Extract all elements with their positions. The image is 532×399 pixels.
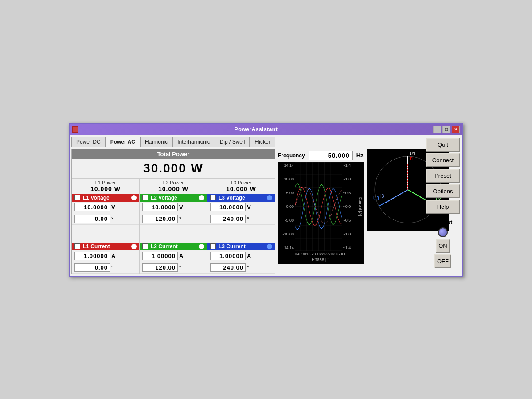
l3-current-phase-input[interactable]	[210, 263, 246, 272]
main-panel: Total Power 30.000 W L1 Power 10.000 W L…	[71, 149, 425, 274]
l2-voltage-input[interactable]	[142, 203, 178, 211]
l2-voltage-col: ✓ L2 Voltage V °	[140, 194, 207, 243]
l1-current-phase-unit: °	[111, 264, 118, 271]
current-channel-row: ✓ L1 Current A °	[72, 243, 275, 274]
svg-text:I1: I1	[410, 156, 414, 161]
l3-current-header: ✓ L3 Current	[207, 243, 275, 250]
l2-voltage-indicator	[199, 195, 204, 200]
l2-current-header: ✓ L2 Current	[140, 243, 207, 250]
help-button[interactable]: Help	[426, 200, 460, 214]
l3-current-value-row: A	[207, 250, 275, 262]
tab-harmonic[interactable]: Harmonic	[140, 137, 172, 147]
options-button[interactable]: Options	[426, 184, 460, 198]
on-button[interactable]: ON	[436, 239, 450, 253]
frequency-unit: Hz	[356, 152, 364, 159]
preset-button[interactable]: Preset	[426, 169, 460, 183]
l3-current-col: ✓ L3 Current A °	[207, 243, 275, 274]
l1-current-checkbox[interactable]: ✓	[74, 243, 80, 249]
l1-voltage-col: ✓ L1 Voltage V °	[72, 194, 140, 243]
l3-power-label: L3 Power	[209, 180, 273, 185]
l1-current-input[interactable]	[74, 252, 110, 260]
l2-power-label: L2 Power	[141, 180, 205, 185]
l1-current-indicator	[131, 244, 137, 249]
l3-voltage-spacer	[207, 225, 275, 243]
l2-current-label: L2 Current	[151, 243, 178, 250]
l2-voltage-phase-row: °	[140, 213, 207, 225]
l3-current-input[interactable]	[210, 252, 246, 260]
main-window: PowerAssistant − □ ✕ Power DC Power AC H…	[69, 123, 463, 277]
l3-voltage-value-row: V	[207, 202, 275, 213]
l1-voltage-checkbox[interactable]: ✓	[74, 195, 80, 200]
tab-dip-swell[interactable]: Dip / Swell	[215, 137, 250, 147]
l2-voltage-unit: V	[179, 204, 186, 211]
app-icon	[72, 126, 78, 133]
l1-voltage-label: L1 Voltage	[83, 195, 110, 201]
l3-voltage-phase-unit: °	[247, 215, 254, 222]
tab-interharmonic[interactable]: Interharmonic	[172, 137, 215, 147]
content-area: Power DC Power AC Harmonic Interharmonic…	[70, 135, 462, 276]
l3-current-checkbox[interactable]: ✓	[210, 243, 216, 249]
l3-voltage-checkbox[interactable]: ✓	[210, 195, 216, 200]
tab-bar: Power DC Power AC Harmonic Interharmonic…	[71, 137, 425, 147]
y-axis-right: ~1.4 ~1.0 ~0.5 ~0.0 ~0.5 ~1.0 ~1.4	[342, 162, 357, 251]
tab-power-ac[interactable]: Power AC	[106, 137, 140, 147]
l1-current-header: ✓ L1 Current	[72, 243, 139, 250]
phase-power-row: L1 Power 10.000 W L2 Power 10.000 W L3 P…	[72, 178, 275, 194]
x-axis-label: Phase [°]	[278, 257, 364, 264]
l1-current-phase-input[interactable]	[74, 263, 110, 272]
l3-current-indicator	[267, 244, 272, 249]
frequency-label: Frequency	[278, 153, 305, 159]
chart-svg-container	[295, 162, 342, 251]
l2-current-phase-unit: °	[179, 264, 186, 271]
l2-voltage-checkbox[interactable]: ✓	[142, 195, 148, 200]
l3-voltage-input[interactable]	[210, 203, 246, 211]
close-button[interactable]: ✕	[452, 126, 460, 133]
minimize-button[interactable]: −	[433, 126, 441, 133]
connect-button[interactable]: Connect	[426, 153, 460, 167]
l3-voltage-phase-input[interactable]	[210, 215, 246, 223]
output-label: Output	[434, 219, 453, 226]
l3-voltage-indicator	[267, 195, 272, 200]
freq-phasor-row: Frequency Hz 14.14 10.00	[278, 149, 449, 264]
main-area: Power DC Power AC Harmonic Interharmonic…	[71, 137, 425, 274]
l1-voltage-phase-input[interactable]	[74, 215, 110, 223]
l2-power-value: 10.000 W	[141, 185, 205, 192]
tab-flicker[interactable]: Flicker	[250, 137, 275, 147]
y-axis-right-label: Current [A]	[357, 162, 364, 251]
output-led	[438, 227, 448, 237]
l2-voltage-phase-input[interactable]	[142, 215, 178, 223]
l3-current-unit: A	[247, 253, 254, 259]
frequency-input[interactable]	[309, 151, 353, 160]
l1-current-label: L1 Current	[83, 243, 110, 250]
l1-voltage-value-row: V	[72, 202, 139, 213]
l3-current-phase-unit: °	[247, 264, 254, 271]
quit-button[interactable]: Quit	[426, 138, 460, 152]
l1-voltage-phase-row: °	[72, 213, 139, 225]
total-power-value: 30.000 W	[72, 159, 275, 178]
frequency-row: Frequency Hz	[278, 149, 364, 162]
l1-voltage-input[interactable]	[74, 203, 110, 211]
l3-power-value: 10.000 W	[209, 185, 273, 192]
l1-current-phase-row: °	[72, 262, 139, 274]
l2-power-cell: L2 Power 10.000 W	[140, 179, 207, 194]
l3-current-label: L3 Current	[219, 243, 246, 250]
l2-current-phase-input[interactable]	[142, 263, 178, 272]
y-axis-left: 14.14 10.00 5.00 0.00 -5.00 -10.00 -14.1…	[278, 162, 295, 251]
l3-voltage-label: L3 Voltage	[219, 195, 245, 201]
l2-voltage-spacer	[140, 225, 207, 243]
l2-current-checkbox[interactable]: ✓	[142, 243, 148, 249]
x-tick-labels: 0 45 90 135 180 225 270 315 360	[295, 252, 347, 256]
l2-voltage-header: ✓ L2 Voltage	[140, 194, 207, 202]
maximize-button[interactable]: □	[442, 126, 450, 133]
l1-voltage-unit: V	[111, 204, 118, 211]
left-panel: Total Power 30.000 W L1 Power 10.000 W L…	[71, 149, 275, 274]
tab-power-dc[interactable]: Power DC	[71, 137, 106, 147]
l2-voltage-label: L2 Voltage	[151, 195, 177, 201]
right-panel: Frequency Hz 14.14 10.00	[278, 149, 449, 274]
off-button[interactable]: OFF	[434, 254, 451, 268]
l2-current-phase-row: °	[140, 262, 207, 274]
l3-voltage-unit: V	[247, 204, 254, 211]
l2-current-input[interactable]	[142, 252, 178, 260]
window-title: PowerAssistant	[234, 126, 278, 133]
total-power-header: Total Power	[72, 149, 275, 159]
